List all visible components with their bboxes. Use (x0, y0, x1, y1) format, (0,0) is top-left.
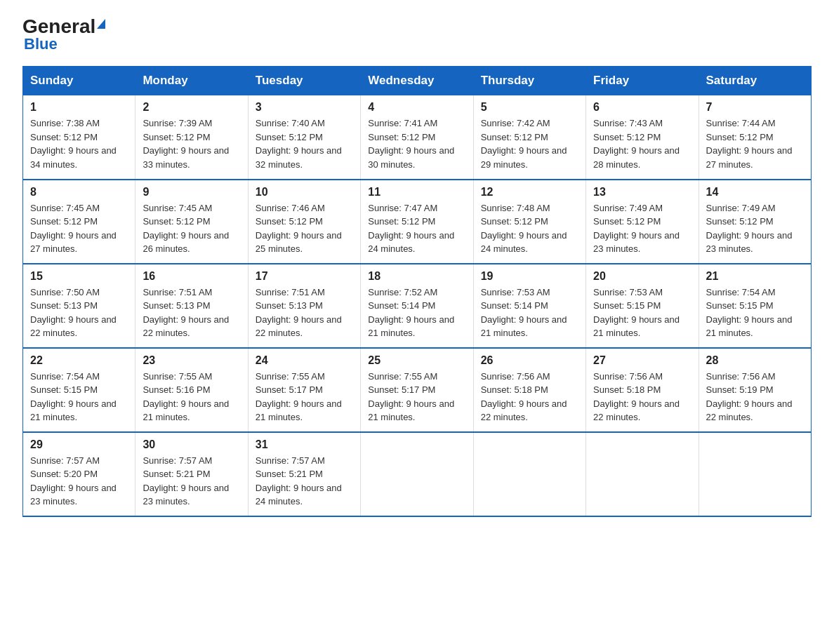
day-number: 27 (593, 354, 691, 367)
day-number: 26 (481, 354, 578, 367)
day-info: Sunrise: 7:54 AMSunset: 5:15 PMDaylight:… (706, 287, 793, 339)
day-info: Sunrise: 7:47 AMSunset: 5:12 PMDaylight:… (368, 203, 454, 255)
calendar-cell: 2 Sunrise: 7:39 AMSunset: 5:12 PMDayligh… (135, 95, 248, 180)
day-info: Sunrise: 7:48 AMSunset: 5:12 PMDaylight:… (481, 203, 567, 255)
day-info: Sunrise: 7:56 AMSunset: 5:18 PMDaylight:… (481, 371, 567, 423)
logo-blue: Blue (22, 35, 58, 53)
calendar-cell: 12 Sunrise: 7:48 AMSunset: 5:12 PMDaylig… (473, 180, 585, 264)
day-number: 16 (143, 270, 240, 283)
column-header-wednesday: Wednesday (361, 67, 473, 95)
day-number: 8 (30, 186, 128, 199)
day-number: 20 (593, 270, 691, 283)
calendar-cell (699, 432, 811, 516)
calendar-cell: 4 Sunrise: 7:41 AMSunset: 5:12 PMDayligh… (361, 95, 473, 180)
calendar-cell: 13 Sunrise: 7:49 AMSunset: 5:12 PMDaylig… (586, 180, 699, 264)
calendar-cell: 15 Sunrise: 7:50 AMSunset: 5:13 PMDaylig… (23, 264, 135, 348)
calendar-cell: 22 Sunrise: 7:54 AMSunset: 5:15 PMDaylig… (23, 348, 135, 432)
day-number: 5 (481, 101, 578, 114)
day-info: Sunrise: 7:54 AMSunset: 5:15 PMDaylight:… (30, 371, 117, 423)
column-header-thursday: Thursday (473, 67, 585, 95)
day-info: Sunrise: 7:49 AMSunset: 5:12 PMDaylight:… (593, 203, 680, 255)
day-number: 18 (368, 270, 465, 283)
day-info: Sunrise: 7:57 AMSunset: 5:20 PMDaylight:… (30, 455, 117, 507)
calendar-cell: 18 Sunrise: 7:52 AMSunset: 5:14 PMDaylig… (361, 264, 473, 348)
day-info: Sunrise: 7:57 AMSunset: 5:21 PMDaylight:… (256, 455, 342, 507)
calendar-week-row: 8 Sunrise: 7:45 AMSunset: 5:12 PMDayligh… (23, 180, 812, 264)
day-info: Sunrise: 7:39 AMSunset: 5:12 PMDaylight:… (143, 118, 229, 170)
calendar-week-row: 22 Sunrise: 7:54 AMSunset: 5:15 PMDaylig… (23, 348, 812, 432)
calendar-cell: 29 Sunrise: 7:57 AMSunset: 5:20 PMDaylig… (23, 432, 135, 516)
day-number: 9 (143, 186, 240, 199)
day-info: Sunrise: 7:52 AMSunset: 5:14 PMDaylight:… (368, 287, 454, 339)
day-number: 4 (368, 101, 465, 114)
day-info: Sunrise: 7:55 AMSunset: 5:17 PMDaylight:… (368, 371, 454, 423)
column-header-monday: Monday (135, 67, 248, 95)
day-info: Sunrise: 7:49 AMSunset: 5:12 PMDaylight:… (706, 203, 793, 255)
calendar-week-row: 1 Sunrise: 7:38 AMSunset: 5:12 PMDayligh… (23, 95, 812, 180)
day-number: 6 (593, 101, 691, 114)
day-number: 12 (481, 186, 578, 199)
calendar-cell: 31 Sunrise: 7:57 AMSunset: 5:21 PMDaylig… (248, 432, 360, 516)
day-number: 11 (368, 186, 465, 199)
calendar-cell (361, 432, 473, 516)
calendar-cell: 1 Sunrise: 7:38 AMSunset: 5:12 PMDayligh… (23, 95, 135, 180)
day-number: 19 (481, 270, 578, 283)
day-info: Sunrise: 7:50 AMSunset: 5:13 PMDaylight:… (30, 287, 117, 339)
day-number: 17 (256, 270, 353, 283)
calendar-cell: 23 Sunrise: 7:55 AMSunset: 5:16 PMDaylig… (135, 348, 248, 432)
calendar-cell: 10 Sunrise: 7:46 AMSunset: 5:12 PMDaylig… (248, 180, 360, 264)
day-number: 1 (30, 101, 128, 114)
column-header-sunday: Sunday (23, 67, 135, 95)
calendar-cell (586, 432, 699, 516)
day-info: Sunrise: 7:56 AMSunset: 5:18 PMDaylight:… (593, 371, 680, 423)
day-info: Sunrise: 7:55 AMSunset: 5:17 PMDaylight:… (256, 371, 342, 423)
logo-general: General (22, 17, 95, 36)
day-info: Sunrise: 7:51 AMSunset: 5:13 PMDaylight:… (256, 287, 342, 339)
day-number: 7 (706, 101, 804, 114)
day-info: Sunrise: 7:42 AMSunset: 5:12 PMDaylight:… (481, 118, 567, 170)
calendar-cell: 16 Sunrise: 7:51 AMSunset: 5:13 PMDaylig… (135, 264, 248, 348)
calendar-cell (473, 432, 585, 516)
day-number: 15 (30, 270, 128, 283)
day-number: 10 (256, 186, 353, 199)
calendar-cell: 5 Sunrise: 7:42 AMSunset: 5:12 PMDayligh… (473, 95, 585, 180)
day-number: 14 (706, 186, 804, 199)
calendar-cell: 3 Sunrise: 7:40 AMSunset: 5:12 PMDayligh… (248, 95, 360, 180)
day-number: 30 (143, 438, 240, 451)
day-info: Sunrise: 7:51 AMSunset: 5:13 PMDaylight:… (143, 287, 229, 339)
day-info: Sunrise: 7:56 AMSunset: 5:19 PMDaylight:… (706, 371, 793, 423)
day-number: 25 (368, 354, 465, 367)
day-info: Sunrise: 7:45 AMSunset: 5:12 PMDaylight:… (143, 203, 229, 255)
day-number: 29 (30, 438, 128, 451)
day-info: Sunrise: 7:40 AMSunset: 5:12 PMDaylight:… (256, 118, 342, 170)
calendar-cell: 14 Sunrise: 7:49 AMSunset: 5:12 PMDaylig… (699, 180, 811, 264)
day-number: 31 (256, 438, 353, 451)
calendar-cell: 9 Sunrise: 7:45 AMSunset: 5:12 PMDayligh… (135, 180, 248, 264)
column-header-tuesday: Tuesday (248, 67, 360, 95)
calendar-cell: 28 Sunrise: 7:56 AMSunset: 5:19 PMDaylig… (699, 348, 811, 432)
page-header: General Blue (22, 17, 812, 53)
calendar-cell: 21 Sunrise: 7:54 AMSunset: 5:15 PMDaylig… (699, 264, 811, 348)
calendar-cell: 19 Sunrise: 7:53 AMSunset: 5:14 PMDaylig… (473, 264, 585, 348)
day-number: 24 (256, 354, 353, 367)
column-header-friday: Friday (586, 67, 699, 95)
column-header-saturday: Saturday (699, 67, 811, 95)
calendar-table: SundayMondayTuesdayWednesdayThursdayFrid… (22, 66, 812, 517)
calendar-header-row: SundayMondayTuesdayWednesdayThursdayFrid… (23, 67, 812, 95)
day-info: Sunrise: 7:45 AMSunset: 5:12 PMDaylight:… (30, 203, 117, 255)
day-info: Sunrise: 7:41 AMSunset: 5:12 PMDaylight:… (368, 118, 454, 170)
calendar-cell: 6 Sunrise: 7:43 AMSunset: 5:12 PMDayligh… (586, 95, 699, 180)
calendar-cell: 30 Sunrise: 7:57 AMSunset: 5:21 PMDaylig… (135, 432, 248, 516)
day-info: Sunrise: 7:53 AMSunset: 5:14 PMDaylight:… (481, 287, 567, 339)
day-info: Sunrise: 7:46 AMSunset: 5:12 PMDaylight:… (256, 203, 342, 255)
calendar-cell: 24 Sunrise: 7:55 AMSunset: 5:17 PMDaylig… (248, 348, 360, 432)
day-info: Sunrise: 7:53 AMSunset: 5:15 PMDaylight:… (593, 287, 680, 339)
calendar-cell: 8 Sunrise: 7:45 AMSunset: 5:12 PMDayligh… (23, 180, 135, 264)
day-number: 28 (706, 354, 804, 367)
day-number: 23 (143, 354, 240, 367)
calendar-cell: 27 Sunrise: 7:56 AMSunset: 5:18 PMDaylig… (586, 348, 699, 432)
calendar-cell: 26 Sunrise: 7:56 AMSunset: 5:18 PMDaylig… (473, 348, 585, 432)
day-number: 13 (593, 186, 691, 199)
day-info: Sunrise: 7:43 AMSunset: 5:12 PMDaylight:… (593, 118, 680, 170)
calendar-cell: 11 Sunrise: 7:47 AMSunset: 5:12 PMDaylig… (361, 180, 473, 264)
